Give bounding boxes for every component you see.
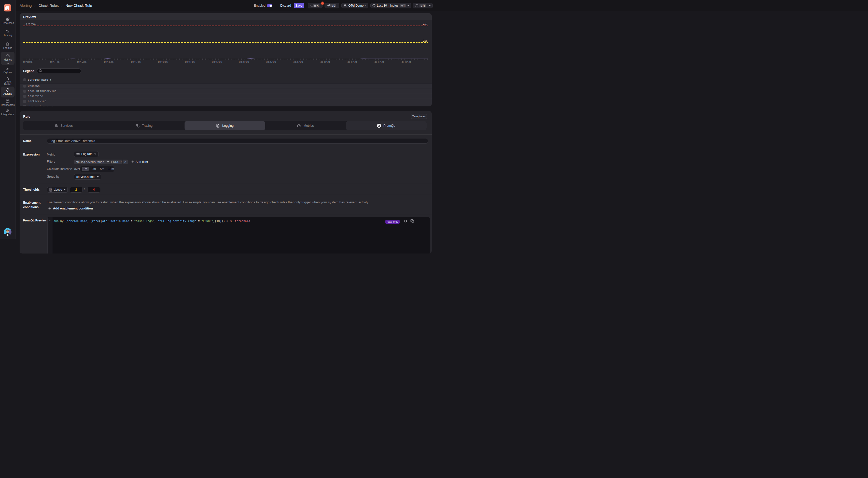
svg-text:08:19:00: 08:19:00 [23,61,33,63]
svg-text:08:33:00: 08:33:00 [212,61,222,63]
svg-text:2 /s: 2 /s [423,39,427,42]
svg-text:08:37:00: 08:37:00 [266,61,276,63]
svg-text:08:27:00: 08:27:00 [131,61,141,63]
svg-text:08:29:00: 08:29:00 [158,61,168,63]
svg-text:08:21:00: 08:21:00 [50,61,60,63]
svg-text:08:45:00: 08:45:00 [374,61,384,63]
svg-text:08:25:00: 08:25:00 [104,61,114,63]
svg-text:↓ 4 /s max: ↓ 4 /s max [23,22,36,26]
svg-text:08:31:00: 08:31:00 [185,61,195,63]
svg-text:08:43:00: 08:43:00 [347,61,357,63]
svg-text:08:39:00: 08:39:00 [293,61,303,63]
svg-text:08:41:00: 08:41:00 [320,61,330,63]
svg-text:08:23:00: 08:23:00 [77,61,87,63]
svg-text:08:47:00: 08:47:00 [401,61,411,63]
svg-text:4 /s: 4 /s [423,23,427,26]
svg-text:08:35:00: 08:35:00 [239,61,249,63]
